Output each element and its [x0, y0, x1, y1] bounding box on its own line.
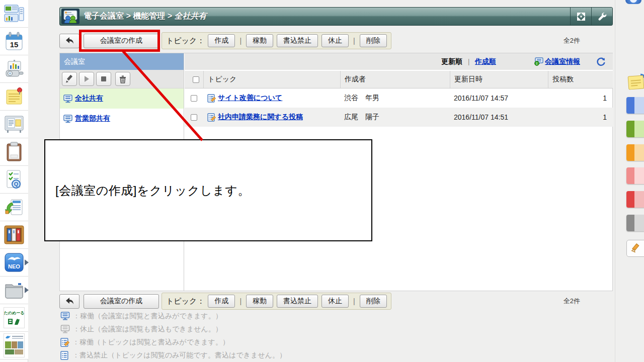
select-all-cell: [185, 71, 203, 88]
settings-button[interactable]: [591, 8, 612, 25]
topic-delete-button[interactable]: 削除: [360, 295, 387, 308]
topic-link[interactable]: サイト改善について: [218, 94, 282, 103]
topic-activate-button[interactable]: 稼動: [246, 295, 273, 308]
topic-delete-button[interactable]: 削除: [360, 34, 387, 47]
svg-text:15: 15: [10, 40, 19, 49]
room-info-icon: !: [534, 57, 543, 66]
rail-item-memo[interactable]: [0, 83, 28, 111]
app-rail: 15: [0, 0, 28, 362]
rail-expand-arrow-icon[interactable]: [25, 287, 29, 293]
select-all-checkbox[interactable]: [193, 76, 199, 83]
svg-text:Q: Q: [14, 181, 19, 187]
topic-active-icon: [207, 94, 216, 103]
breadcrumb: 電子会議室 > 機能管理 > 全社共有: [84, 11, 206, 22]
room-info-link[interactable]: ! 会議室情報: [534, 57, 580, 66]
legend-text: ：休止（会議室は閲覧も書込もできません。）: [73, 325, 222, 334]
edit-pencil-button[interactable]: [626, 240, 644, 257]
room-link[interactable]: 全社共有: [75, 94, 103, 103]
room-edit-button[interactable]: [62, 72, 77, 86]
pencil-icon: [65, 74, 74, 83]
color-tab-red[interactable]: [626, 191, 644, 208]
topic-create-button[interactable]: 作成: [208, 295, 235, 308]
create-room-button[interactable]: 会議室の作成: [84, 294, 159, 309]
rail-item-survey[interactable]: Q: [0, 166, 28, 194]
trash-icon: [119, 75, 127, 83]
color-tab-orange[interactable]: [626, 144, 644, 161]
rail-item-folder[interactable]: [0, 277, 28, 304]
monitor-suspended-icon: [60, 325, 70, 334]
room-toolbar: [60, 70, 184, 88]
back-button[interactable]: [59, 34, 79, 48]
legend-item: ：稼働（トピックは閲覧と書込みができます。）: [60, 338, 229, 347]
rail-item-banner[interactable]: [0, 332, 28, 359]
topic-actions-group: トピック： 作成 | 稼動 書込禁止 休止 | 削除: [162, 32, 391, 49]
color-tab-gray[interactable]: [626, 215, 644, 231]
topic-count: 1: [548, 113, 613, 121]
back-button[interactable]: [59, 294, 79, 309]
topic-activate-button[interactable]: 稼動: [246, 34, 273, 47]
rail-item-bulletin-board[interactable]: [0, 111, 28, 138]
annotation-highlight-rectangle: [79, 30, 160, 52]
portal-icon: [4, 5, 24, 23]
topic-actions-group: トピック： 作成 | 稼動 書込禁止 休止 | 削除: [162, 293, 391, 310]
bulletin-board-icon: [4, 115, 24, 134]
right-side-rail: [615, 0, 644, 362]
topic-updated: 2016/11/07 14:57: [450, 94, 548, 102]
sort-by-updated[interactable]: 更新順: [441, 57, 462, 66]
room-delete-button[interactable]: [115, 72, 130, 86]
rail-item-portal[interactable]: [0, 0, 28, 28]
row-checkbox[interactable]: [191, 95, 197, 102]
room-link[interactable]: 営業部共有: [75, 114, 110, 123]
topic-author: 広尾 陽子: [340, 113, 450, 122]
rail-expand-arrow-icon[interactable]: [25, 259, 29, 265]
separator: |: [352, 37, 356, 45]
rail-item-circulation[interactable]: [0, 194, 28, 221]
color-tab-blue[interactable]: [626, 97, 644, 114]
sort-by-created-link[interactable]: 作成順: [475, 57, 496, 66]
top-right-widget-icon[interactable]: [625, 0, 641, 4]
rail-item-neo[interactable]: NEO: [0, 249, 28, 277]
room-pane-title: 会議室: [60, 53, 184, 70]
col-author: 作成者: [340, 71, 450, 88]
room-item-zensha-kyoyu[interactable]: 全社共有: [60, 88, 184, 109]
topic-row[interactable]: サイト改善について 渋谷 年男 2016/11/07 14:57 1: [185, 88, 613, 108]
room-item-eigyobu-kyoyu[interactable]: 営業部共有: [60, 109, 184, 129]
folder-icon: [4, 282, 24, 299]
topic-updated: 2016/11/07 14:51: [450, 113, 548, 121]
topic-suspend-button[interactable]: 休止: [321, 34, 349, 47]
back-arrow-icon: [65, 37, 74, 45]
rail-item-clipboard[interactable]: [0, 138, 28, 166]
banner-ad: [4, 333, 25, 357]
expand-button[interactable]: [570, 8, 591, 25]
room-activate-button[interactable]: [79, 72, 94, 86]
col-topic: トピック: [203, 71, 340, 88]
topic-link[interactable]: 社内申請業務に関する投稿: [218, 113, 303, 122]
refresh-button[interactable]: [596, 57, 606, 66]
topic-suspend-button[interactable]: 休止: [321, 295, 349, 308]
topic-row[interactable]: 社内申請業務に関する投稿 広尾 陽子 2016/11/07 14:51 1: [185, 108, 613, 127]
breadcrumb-prefix: 電子会議室 > 機能管理 >: [84, 12, 174, 20]
refresh-icon: [596, 57, 606, 66]
room-suspend-button[interactable]: [96, 72, 111, 86]
meeting-app-icon: [61, 9, 79, 24]
wrench-icon: [597, 12, 607, 22]
topic-nowrite-button[interactable]: 書込禁止: [277, 34, 318, 47]
legend-text: ：稼働（会議室は閲覧と書込みができます。）: [73, 312, 222, 321]
row-checkbox[interactable]: [191, 114, 197, 121]
rail-item-calendar[interactable]: 15: [0, 28, 28, 55]
back-arrow-icon: [65, 297, 74, 305]
topic-active-icon: [60, 338, 69, 347]
topic-active-icon: [207, 113, 216, 122]
sticky-note-shortcut[interactable]: [627, 72, 644, 92]
color-tab-green[interactable]: [626, 121, 644, 137]
rail-item-tanomail[interactable]: たのめーる: [0, 304, 28, 332]
expand-icon: [576, 12, 586, 22]
rail-item-bookshelf[interactable]: [0, 221, 28, 249]
legend-text: ：書込禁止（トピックは閲覧のみ可能です。書込はできません。）: [72, 351, 286, 360]
rail-item-projector[interactable]: [0, 55, 28, 83]
color-tab-pink[interactable]: [626, 167, 644, 184]
col-updated: 更新日時: [450, 71, 548, 88]
topic-nowrite-button[interactable]: 書込禁止: [277, 295, 318, 308]
memo-icon: [5, 87, 24, 106]
topic-create-button[interactable]: 作成: [208, 34, 235, 47]
